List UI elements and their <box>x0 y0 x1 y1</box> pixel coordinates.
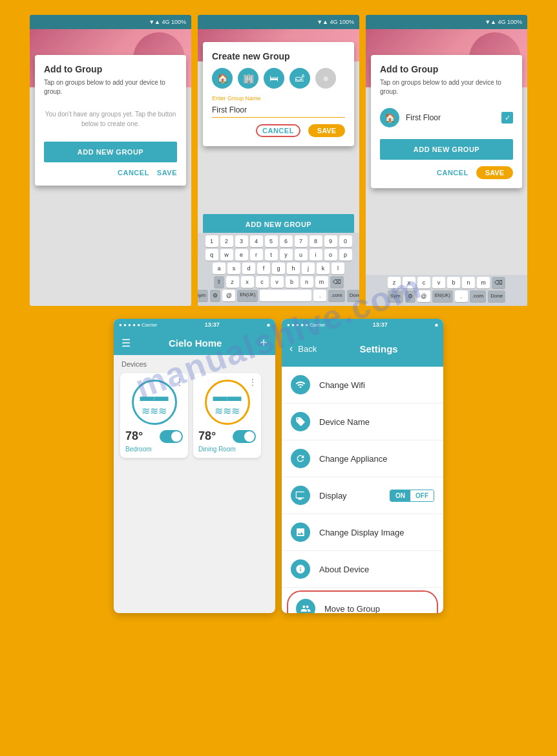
sofa-icon[interactable]: 🛋 <box>289 68 310 89</box>
settings-item-displayimage[interactable]: Change Display Image <box>282 514 443 551</box>
settings-item-movetogroup[interactable]: Move to Group <box>287 590 438 613</box>
screen2-cancel-btn[interactable]: CANCEL <box>256 124 300 137</box>
key-d[interactable]: d <box>242 263 255 274</box>
key-v[interactable]: v <box>271 276 284 288</box>
screen2-save-btn[interactable]: SAVE <box>308 124 345 137</box>
screen1-save-btn[interactable]: SAVE <box>157 169 177 177</box>
key-i[interactable]: i <box>310 249 322 261</box>
key-g[interactable]: g <box>272 263 285 274</box>
screen4-device1-toggle[interactable] <box>160 430 183 443</box>
screen3-first-floor-item[interactable]: 🏠 First Floor ✓ <box>380 103 513 133</box>
screen2-add-btn[interactable]: ADD NEW GROUP <box>203 214 354 235</box>
screen1-add-btn[interactable]: ADD NEW GROUP <box>44 142 177 162</box>
key-bksp2[interactable]: ⌫ <box>492 277 505 288</box>
screen5-back-arrow-icon[interactable]: ‹ <box>289 343 293 354</box>
toggle-on-label[interactable]: ON <box>390 490 410 501</box>
screen4-add-icon[interactable]: + <box>260 336 268 351</box>
key-sym2[interactable]: Sym <box>388 290 403 302</box>
key-s[interactable]: s <box>227 263 240 274</box>
key-8[interactable]: 8 <box>310 235 322 247</box>
key-7[interactable]: 7 <box>295 235 308 247</box>
screen2-group-name-input[interactable] <box>212 103 345 118</box>
key-backspace[interactable]: ⌫ <box>330 276 344 288</box>
screen4-device2[interactable]: ⋮ ▬▬ ≋≋≋ 78° Dining Room <box>193 373 261 458</box>
key-w[interactable]: w <box>220 249 233 261</box>
screen4-hamburger-icon[interactable]: ☰ <box>121 337 131 349</box>
settings-about-label: About Device <box>319 565 434 574</box>
key-e[interactable]: e <box>235 249 248 261</box>
key-space[interactable] <box>260 290 311 301</box>
key-q[interactable]: q <box>205 249 218 261</box>
extra-icon[interactable]: ⊕ <box>315 68 336 89</box>
key-m2[interactable]: m <box>477 277 490 288</box>
key-l[interactable]: l <box>331 263 344 274</box>
key-z[interactable]: z <box>226 276 239 288</box>
settings-item-display[interactable]: Display ON OFF <box>282 477 443 514</box>
bed-icon[interactable]: 🛏 <box>264 68 284 89</box>
key-1[interactable]: 1 <box>205 235 218 247</box>
key-r[interactable]: r <box>250 249 263 261</box>
key-h[interactable]: h <box>287 263 300 274</box>
screen4-device2-toggle[interactable] <box>233 430 256 443</box>
key-shift[interactable]: ⇧ <box>214 276 224 288</box>
key-gear2[interactable]: ⚙ <box>405 290 415 302</box>
key-3[interactable]: 3 <box>235 235 248 247</box>
screen3-save-btn[interactable]: SAVE <box>476 166 513 179</box>
key-u[interactable]: u <box>295 249 308 261</box>
key-at[interactable]: @ <box>222 290 235 301</box>
screen4-device2-menu-icon[interactable]: ⋮ <box>248 377 257 387</box>
key-2[interactable]: 2 <box>220 235 233 247</box>
key-0[interactable]: 0 <box>339 235 352 247</box>
key-done2[interactable]: Done <box>488 290 505 302</box>
settings-item-about[interactable]: About Device <box>282 551 443 588</box>
group-icon <box>296 599 315 613</box>
key-o[interactable]: o <box>324 249 337 261</box>
screen5-back-text[interactable]: Back <box>298 344 317 354</box>
key-b[interactable]: b <box>286 276 299 288</box>
key-4[interactable]: 4 <box>250 235 263 247</box>
key-a[interactable]: a <box>213 263 226 274</box>
key-c[interactable]: c <box>256 276 269 288</box>
settings-item-devicename[interactable]: Device Name <box>282 404 443 440</box>
key-b2[interactable]: b <box>447 277 460 288</box>
screen3-cancel-btn[interactable]: CANCEL <box>437 166 468 179</box>
key-n2[interactable]: n <box>462 277 475 288</box>
screen3-checkbox[interactable]: ✓ <box>501 112 513 124</box>
key-n[interactable]: n <box>300 276 313 288</box>
key-y[interactable]: y <box>280 249 293 261</box>
home-icon[interactable]: 🏠 <box>212 68 233 89</box>
key-sym[interactable]: Sym <box>198 290 208 301</box>
key-t[interactable]: t <box>265 249 278 261</box>
key-j[interactable]: j <box>302 263 315 274</box>
key-x2[interactable]: x <box>403 277 415 288</box>
key-lang[interactable]: EN(UK) <box>237 290 258 301</box>
screen4-device1-menu-icon[interactable]: ⋮ <box>175 377 184 387</box>
screen1-cancel-btn[interactable]: CANCEL <box>118 169 149 177</box>
key-9[interactable]: 9 <box>324 235 337 247</box>
building-icon[interactable]: 🏢 <box>238 68 258 89</box>
key-gear[interactable]: ⚙ <box>210 290 220 301</box>
key-com[interactable]: .com <box>328 290 344 301</box>
key-at2[interactable]: @ <box>417 290 430 302</box>
key-z2[interactable]: z <box>388 277 401 288</box>
key-lang2[interactable]: EN(UK) <box>432 290 453 302</box>
key-done[interactable]: Done <box>347 290 359 301</box>
key-k[interactable]: k <box>317 263 330 274</box>
key-dot[interactable]: . <box>313 290 326 301</box>
key-f[interactable]: f <box>257 263 270 274</box>
toggle-off-label[interactable]: OFF <box>410 490 434 501</box>
key-c2[interactable]: c <box>417 277 430 288</box>
display-toggle[interactable]: ON OFF <box>390 490 434 502</box>
screen3-add-btn[interactable]: ADD NEW GROUP <box>380 139 513 160</box>
screen4-device1[interactable]: ⋮ ▬▬ ≋≋≋ 78° Bedroom <box>120 373 188 458</box>
key-6[interactable]: 6 <box>280 235 293 247</box>
key-5[interactable]: 5 <box>265 235 278 247</box>
settings-item-wifi[interactable]: Change Wifi <box>282 367 443 404</box>
key-dot2[interactable]: . <box>455 290 468 302</box>
settings-item-appliance[interactable]: Change Appliance <box>282 440 443 477</box>
key-m[interactable]: m <box>315 276 328 288</box>
key-p[interactable]: p <box>339 249 352 261</box>
key-com2[interactable]: .com <box>470 290 486 302</box>
key-v2[interactable]: v <box>432 277 445 288</box>
key-x[interactable]: x <box>241 276 254 288</box>
